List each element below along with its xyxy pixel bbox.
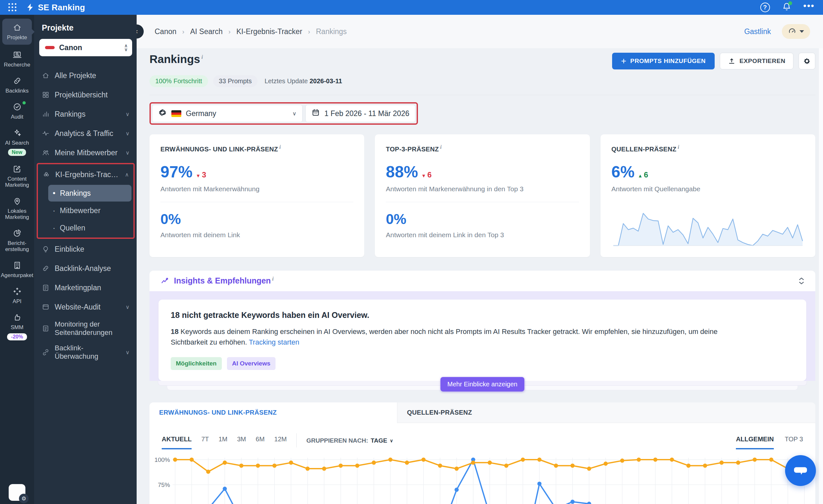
guest-link[interactable]: Gastlink xyxy=(744,27,771,36)
range-aktuell[interactable]: AKTUELL xyxy=(162,436,192,449)
tab-source-presence[interactable]: QUELLEN-PRÄSENZ xyxy=(397,402,815,423)
rail-item-api[interactable]: API xyxy=(0,283,34,309)
metric-value: 88% xyxy=(386,163,418,181)
chevron-down-icon: ∨ xyxy=(126,304,130,311)
lightbulb-icon xyxy=(42,245,49,253)
insights-header[interactable]: Insights & Empfehlungeni xyxy=(150,271,815,291)
expand-collapse-control[interactable] xyxy=(799,277,804,285)
rail-item-audit[interactable]: Audit xyxy=(0,98,34,124)
sidebar-subitem-quellen[interactable]: · Quellen xyxy=(48,219,132,236)
card-title: TOP-3-PRÄSENZi xyxy=(386,144,579,153)
tab-mention-link-presence[interactable]: ERWÄHNUNGS- UND LINK-PRÄSENZ xyxy=(150,402,397,423)
sidebar-item-backlink-ueberwachung[interactable]: Backlink-Überwachung ∨ xyxy=(39,340,132,364)
settings-gear-icon[interactable]: ⚙ xyxy=(19,494,29,503)
card-title: ERWÄHNUNGS- UND LINK-PRÄSENZi xyxy=(160,144,353,153)
rail-item-ai-search[interactable]: AI Search New xyxy=(0,124,34,160)
divider xyxy=(150,95,815,95)
divider xyxy=(160,202,353,202)
chat-bubble-icon xyxy=(793,463,808,478)
help-icon[interactable]: ? xyxy=(760,3,770,12)
metric-caption: Antworten mit Quellenangabe xyxy=(612,185,804,193)
annotation-box-filters: Germany ∨ 1 Feb 2026 - 11 Mär 2026 xyxy=(150,102,418,125)
more-insights-button[interactable]: Mehr Einblicke anzeigen xyxy=(441,377,525,391)
range-6m[interactable]: 6M xyxy=(256,436,265,449)
sidebar-item-analytics-traffic[interactable]: Analytics & Traffic ∨ xyxy=(39,124,132,143)
breadcrumb-item[interactable]: AI Search xyxy=(190,27,222,36)
more-menu-icon[interactable]: ••• xyxy=(803,4,815,11)
tag-ai-overviews[interactable]: AI Overviews xyxy=(227,357,276,370)
add-prompts-button[interactable]: + PROMPTS HINZUFÜGEN xyxy=(612,53,715,69)
divider xyxy=(386,202,579,202)
info-icon[interactable]: i xyxy=(272,276,274,282)
breadcrumb-item[interactable]: KI-Ergebnis-Tracker xyxy=(236,27,302,36)
rail-item-backlinks[interactable]: Backlinks xyxy=(0,72,34,98)
breadcrumb-item[interactable]: Canon xyxy=(155,27,176,36)
engine-country-select[interactable]: Germany ∨ xyxy=(152,105,303,122)
sidebar-item-einblicke[interactable]: Einblicke xyxy=(39,239,132,259)
info-icon[interactable]: i xyxy=(440,144,442,150)
sidebar-item-backlink-analyse[interactable]: Backlink-Analyse xyxy=(39,259,132,278)
sidebar-item-rankings[interactable]: Rankings ∨ xyxy=(39,105,132,124)
delta-down: ▼3 xyxy=(196,170,206,179)
usage-gauge-pill[interactable] xyxy=(782,24,810,39)
sidebar-item-marketingplan[interactable]: Marketingplan xyxy=(39,278,132,297)
notifications-bell-icon[interactable] xyxy=(782,2,791,13)
checklist-icon xyxy=(42,284,49,292)
date-range-picker[interactable]: 1 Feb 2026 - 11 Mär 2026 xyxy=(305,105,416,122)
chevron-right-icon: › xyxy=(182,28,184,35)
rail-item-projekte[interactable]: Projekte xyxy=(2,19,32,45)
icon-rail: Projekte Recherche Backlinks Audit AI Se… xyxy=(0,15,34,504)
settings-button[interactable] xyxy=(799,53,815,69)
breadcrumb: Canon › AI Search › KI-Ergebnis-Tracker … xyxy=(155,27,347,36)
chevron-down-icon: ∨ xyxy=(126,349,130,356)
tag-moeglichkeiten[interactable]: Möglichkeiten xyxy=(171,357,222,370)
rail-item-berichterstellung[interactable]: Bericht-erstellung xyxy=(0,224,34,257)
progress-badge: 100% Fortschritt xyxy=(150,75,208,87)
sidebar-item-monitoring[interactable]: Monitoring der Seitenänderungen xyxy=(39,317,132,340)
app-launcher-icon[interactable] xyxy=(8,3,17,12)
project-selector[interactable]: Canon ∧∨ xyxy=(39,39,132,56)
range-12m[interactable]: 12M xyxy=(274,436,287,449)
range-3m[interactable]: 3M xyxy=(237,436,246,449)
info-icon[interactable]: i xyxy=(279,144,281,150)
sidebar-item-website-audit[interactable]: Website-Audit ∨ xyxy=(39,297,132,317)
chat-button[interactable] xyxy=(785,455,816,486)
breadcrumb-current: Rankings xyxy=(316,27,347,36)
toggle-allgemein[interactable]: ALLGEMEIN xyxy=(736,436,774,449)
pulse-icon xyxy=(42,130,49,137)
range-1m[interactable]: 1M xyxy=(218,436,227,449)
export-button[interactable]: EXPORTIEREN xyxy=(720,53,793,69)
sidebar-item-projektuebersicht[interactable]: Projektübersicht xyxy=(39,85,132,105)
user-avatar[interactable]: ⚙ xyxy=(9,484,25,501)
sidebar-subitem-mitbewerber[interactable]: · Mitbewerber xyxy=(48,202,132,219)
sidebar-collapse-button[interactable]: ‹ xyxy=(137,24,144,38)
rail-item-recherche[interactable]: Recherche xyxy=(0,46,34,72)
range-7t[interactable]: 7T xyxy=(201,436,209,449)
sidebar-item-alle-projekte[interactable]: Alle Projekte xyxy=(39,66,132,85)
lightning-icon xyxy=(26,3,34,12)
group-by-select[interactable]: GRUPPIEREN NACH: TAGE ∨ xyxy=(306,437,393,449)
brand-logo[interactable]: SE Ranking xyxy=(26,3,85,13)
rail-item-lokales-marketing[interactable]: Lokales Marketing xyxy=(0,192,34,224)
notification-dot xyxy=(788,1,792,5)
toggle-top3[interactable]: TOP 3 xyxy=(785,436,803,449)
caret-down-icon xyxy=(800,30,804,33)
openai-icon xyxy=(158,108,167,119)
info-icon[interactable]: i xyxy=(678,144,679,150)
metric-value-secondary: 0% xyxy=(386,211,579,227)
rail-item-smm[interactable]: SMM -20% xyxy=(0,309,34,345)
chevron-down-icon: ∨ xyxy=(126,150,130,156)
thumbs-up-icon xyxy=(13,313,22,322)
rail-item-agenturpaket[interactable]: Agenturpaket xyxy=(0,257,34,283)
triangle-down-icon: ▼ xyxy=(196,173,201,178)
ai-tracker-icon xyxy=(42,171,50,178)
germany-flag-icon xyxy=(171,110,181,117)
pencil-square-icon xyxy=(13,164,22,174)
tracking-starten-link[interactable]: Tracking starten xyxy=(249,338,299,346)
sidebar-item-meine-mitbewerber[interactable]: Meine Mitbewerber ∨ xyxy=(39,143,132,162)
info-icon[interactable]: i xyxy=(201,54,203,60)
sidebar-item-ki-ergebnis-tracker[interactable]: KI-Ergebnis-Tracker ∧ xyxy=(40,165,132,184)
scrollbar-gutter[interactable] xyxy=(819,15,823,504)
sidebar-subitem-rankings[interactable]: • Rankings xyxy=(48,185,132,201)
rail-item-content-marketing[interactable]: Content Marketing xyxy=(0,160,34,192)
